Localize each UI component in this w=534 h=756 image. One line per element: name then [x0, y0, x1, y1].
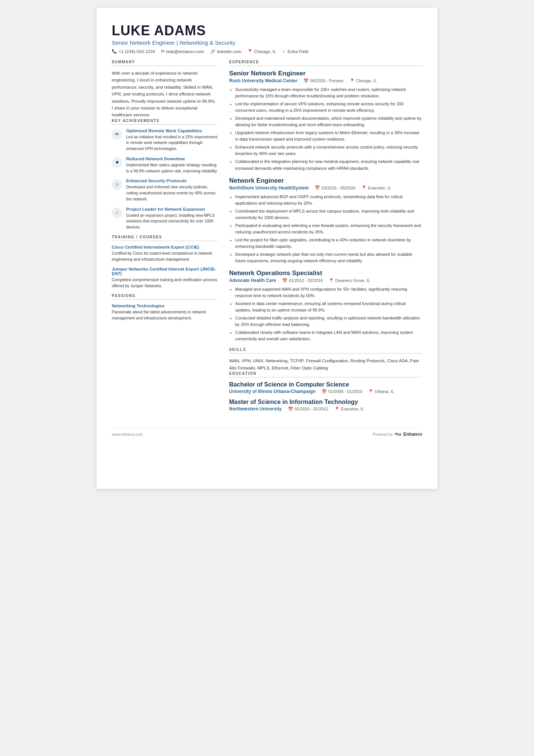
pin-icon-edu-1: 📍	[368, 389, 373, 394]
degree-1-school: University of Illinois Urbana-Champaign	[229, 389, 315, 394]
skills-section: SKILLS WAN, VPN, UNIX, Networking, TCP/I…	[229, 347, 422, 371]
phone-text: +1-(234)-555-1234	[119, 49, 155, 54]
job-2-title: Network Engineer	[229, 177, 422, 185]
training-desc-2: Completed comprehensive training and cer…	[112, 277, 218, 289]
job-2-company: NorthShore University HealthSystem	[229, 185, 309, 191]
job-3-title: Network Operations Specialist	[229, 269, 422, 277]
contact-linkedin: 🔗 linkedin.com	[210, 49, 241, 54]
achievement-item-1: ✏ Optimized Remote Work Capabilities Led…	[112, 128, 218, 152]
achievement-item-3: ☆ Enhanced Security Protocols Developed …	[112, 178, 218, 202]
training-title-1: Cisco Certified Internetwork Expert (CCI…	[112, 245, 218, 249]
achievement-icon-star-filled: ★	[112, 157, 122, 168]
degree-1-dates: 📅 01/2006 - 01/2010	[322, 389, 362, 394]
training-title-2: Juniper Networks Certified Internet Expe…	[112, 267, 218, 276]
resume-page: LUKE ADAMS Senior Network Engineer | Net…	[97, 8, 437, 489]
bullet: Managed and supported WAN and VPN config…	[235, 286, 422, 299]
job-3-dates: 📅 01/2012 - 02/2016	[282, 278, 323, 283]
degree-2-school: Northwestern University	[229, 406, 282, 412]
achievement-item-2: ★ Reduced Network Downtime Implemented f…	[112, 157, 218, 174]
achievement-icon-lightning: ⚡	[112, 208, 122, 218]
header: LUKE ADAMS Senior Network Engineer | Net…	[112, 23, 422, 54]
job-2: Network Engineer NorthShore University H…	[229, 177, 422, 264]
linkedin-text: linkedin.com	[217, 49, 241, 54]
degree-2-title: Master of Science in Information Technol…	[229, 399, 422, 405]
training-item-2: Juniper Networks Certified Internet Expe…	[112, 267, 218, 289]
footer-powered-by: Powered by Enhancv	[373, 432, 422, 437]
extra-text: Extra Field	[287, 49, 308, 54]
achievement-title-1: Optimized Remote Work Capabilities	[126, 128, 218, 133]
degree-2: Master of Science in Information Technol…	[229, 399, 422, 412]
training-item-1: Cisco Certified Internetwork Expert (CCI…	[112, 245, 218, 263]
contact-extra: ☆ Extra Field	[282, 49, 308, 54]
bullet: Coordinated the deployment of MPLS acros…	[235, 208, 422, 221]
main-layout: SUMMARY With over a decade of experience…	[112, 60, 422, 416]
candidate-name: LUKE ADAMS	[112, 23, 422, 39]
calendar-icon-3: 📅	[282, 278, 287, 283]
bullet: Participated in evaluating and selecting…	[235, 222, 422, 235]
passion-title-1: Networking Technologies	[112, 304, 218, 308]
degree-1-location: 📍 Urbana, IL	[368, 389, 394, 394]
achievement-icon-pencil: ✏	[112, 129, 122, 140]
job-1-company: Rush University Medical Center	[229, 78, 297, 83]
job-1: Senior Network Engineer Rush University …	[229, 70, 422, 172]
bullet: Collaborated in the integration planning…	[235, 158, 422, 171]
brand-name: Enhancv	[403, 432, 422, 437]
achievement-desc-2: Implemented fiber optics upgrade strateg…	[126, 162, 218, 174]
summary-section: SUMMARY With over a decade of experience…	[112, 60, 218, 119]
bullet: Led the project for fiber optic upgrades…	[235, 237, 422, 250]
email-icon: ✉	[161, 49, 164, 54]
bullet: Upgraded network infrastructure from leg…	[235, 130, 422, 142]
passion-item-1: Networking Technologies Passionate about…	[112, 304, 218, 321]
location-text: Chicago, IL	[254, 49, 276, 54]
degree-2-location: 📍 Evanston, IL	[334, 407, 364, 412]
achievement-item-4: ⚡ Project Leader for Network Expansion G…	[112, 207, 218, 230]
job-1-title: Senior Network Engineer	[229, 70, 422, 77]
passions-section-title: PASSIONS	[112, 294, 218, 300]
job-3-location: 📍 Downers Grove, IL	[329, 278, 370, 283]
star-icon: ☆	[282, 49, 286, 54]
education-section: EDUCATION Bachelor of Science in Compute…	[229, 371, 422, 412]
footer-url: www.enhancv.com	[112, 432, 143, 437]
bullet: Conducted detailed traffic analysis and …	[235, 315, 422, 328]
bullet: Successfully managed a team responsible …	[235, 86, 422, 99]
achievement-title-3: Enhanced Security Protocols	[126, 178, 218, 183]
phone-icon: 📞	[112, 49, 117, 54]
job-1-meta: Rush University Medical Center 📅 06/2020…	[229, 78, 422, 83]
achievement-title-2: Reduced Network Downtime	[126, 157, 218, 161]
skills-text: WAN, VPN, UNIX, Networking, TCP/IP, Fire…	[229, 357, 422, 371]
degree-1-meta: University of Illinois Urbana-Champaign …	[229, 389, 422, 394]
calendar-icon-edu-1: 📅	[322, 389, 327, 394]
achievement-title-4: Project Leader for Network Expansion	[126, 207, 218, 211]
left-column: SUMMARY With over a decade of experience…	[112, 60, 218, 416]
pin-icon-1: 📍	[350, 78, 355, 83]
job-2-bullets: Implemented advanced BGP and OSPF routin…	[229, 194, 422, 264]
pin-icon-3: 📍	[329, 278, 334, 283]
contact-location: 📍 Chicago, IL	[247, 49, 276, 54]
achievements-section: KEY ACHIEVEMENTS ✏ Optimized Remote Work…	[112, 119, 218, 230]
summary-section-title: SUMMARY	[112, 60, 218, 66]
training-desc-1: Certified by Cisco for expert-level comp…	[112, 250, 218, 263]
email-text: help@enhancv.com	[166, 49, 204, 54]
passions-section: PASSIONS Networking Technologies Passion…	[112, 294, 218, 321]
candidate-title: Senior Network Engineer | Networking & S…	[112, 39, 422, 46]
job-1-dates: 📅 06/2020 - Present	[303, 78, 343, 83]
achievement-desc-4: Guided an expansion project, installing …	[126, 213, 218, 230]
job-2-location: 📍 Evanston, IL	[361, 185, 391, 190]
job-3-meta: Advocate Health Care 📅 01/2012 - 02/2016…	[229, 278, 422, 283]
education-section-title: EDUCATION	[229, 371, 422, 377]
footer: www.enhancv.com Powered by Enhancv	[112, 427, 422, 437]
pin-icon-2: 📍	[361, 185, 367, 190]
achievement-icon-star-empty: ☆	[112, 179, 122, 190]
job-1-location: 📍 Chicago, IL	[350, 78, 377, 83]
pin-icon-edu-2: 📍	[334, 407, 340, 412]
location-icon: 📍	[247, 49, 253, 54]
brand-logo-icon	[394, 432, 402, 437]
bullet: Developed and maintained network documen…	[235, 115, 422, 128]
achievement-desc-3: Developed and enforced new security poli…	[126, 184, 218, 202]
job-3: Network Operations Specialist Advocate H…	[229, 269, 422, 342]
skills-section-title: SKILLS	[229, 347, 422, 354]
powered-by-text: Powered by	[373, 432, 393, 437]
job-3-company: Advocate Health Care	[229, 278, 276, 283]
achievements-section-title: KEY ACHIEVEMENTS	[112, 119, 218, 125]
achievement-desc-1: Led an initiative that resulted in a 25%…	[126, 134, 218, 152]
